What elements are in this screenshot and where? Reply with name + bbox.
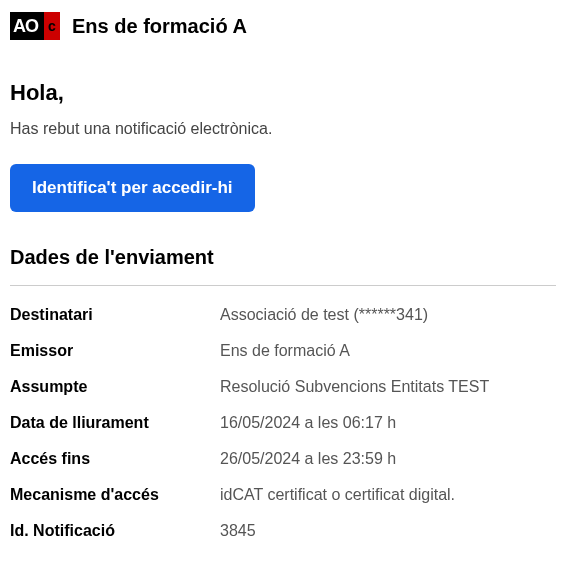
logo: AO c	[10, 12, 60, 40]
field-issuer: Emissor Ens de formació A	[10, 342, 556, 360]
logo-accent: c	[44, 12, 60, 40]
field-value: Resolució Subvencions Entitats TEST	[220, 378, 556, 396]
field-subject: Assumpte Resolució Subvencions Entitats …	[10, 378, 556, 396]
identify-button[interactable]: Identifica't per accedir-hi	[10, 164, 255, 212]
field-access-until: Accés fins 26/05/2024 a les 23:59 h	[10, 450, 556, 468]
field-label: Emissor	[10, 342, 220, 360]
field-delivery-date: Data de lliurament 16/05/2024 a les 06:1…	[10, 414, 556, 432]
field-label: Assumpte	[10, 378, 220, 396]
divider	[10, 285, 556, 286]
greeting: Hola,	[10, 80, 556, 106]
field-value: idCAT certificat o certificat digital.	[220, 486, 556, 504]
field-value: 3845	[220, 522, 556, 540]
field-access-mechanism: Mecanisme d'accés idCAT certificat o cer…	[10, 486, 556, 504]
field-notification-id: Id. Notificació 3845	[10, 522, 556, 540]
field-value: Associació de test (******341)	[220, 306, 556, 324]
header: AO c Ens de formació A	[10, 12, 556, 40]
logo-text: AO	[13, 16, 38, 37]
field-value: 26/05/2024 a les 23:59 h	[220, 450, 556, 468]
field-value: 16/05/2024 a les 06:17 h	[220, 414, 556, 432]
field-value: Ens de formació A	[220, 342, 556, 360]
field-label: Accés fins	[10, 450, 220, 468]
section-title: Dades de l'enviament	[10, 246, 556, 269]
field-label: Mecanisme d'accés	[10, 486, 220, 504]
page-title: Ens de formació A	[72, 15, 247, 38]
field-recipient: Destinatari Associació de test (******34…	[10, 306, 556, 324]
field-label: Data de lliurament	[10, 414, 220, 432]
field-label: Destinatari	[10, 306, 220, 324]
intro-text: Has rebut una notificació electrònica.	[10, 120, 556, 138]
field-label: Id. Notificació	[10, 522, 220, 540]
